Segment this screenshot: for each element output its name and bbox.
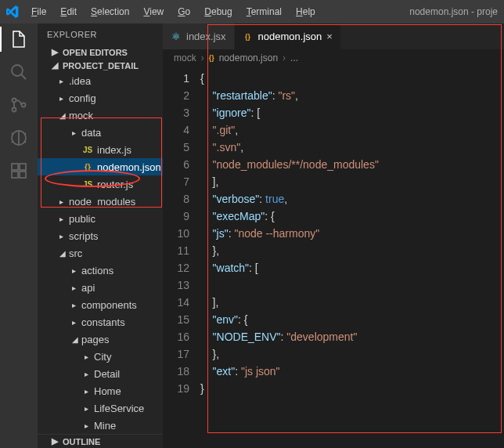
tree-label: data	[81, 127, 101, 139]
breadcrumb[interactable]: mock › {} nodemon.json › ...	[163, 49, 504, 67]
code-content[interactable]: { "restartable": "rs", "ignore": [ ".git…	[200, 67, 504, 448]
tree-label: index.js	[97, 144, 131, 156]
chevron-down-icon: ◢	[52, 60, 59, 70]
tree-item-config[interactable]: ▸config	[38, 89, 163, 107]
tree-item-lifeservice[interactable]: ▸LifeService	[38, 399, 163, 417]
tree-item-data[interactable]: ▸data	[38, 124, 163, 141]
tree-label: src	[69, 247, 82, 259]
twisty-icon: ▸	[85, 387, 94, 396]
json-icon: {}	[209, 54, 214, 62]
tree-label: City	[94, 351, 111, 363]
menu-file[interactable]: File	[25, 3, 52, 20]
menu-help[interactable]: Help	[290, 3, 322, 20]
tree-label: Detail	[94, 368, 120, 380]
explorer-icon[interactable]	[9, 30, 28, 49]
project-section[interactable]: ◢ PROJECT_DETAIL	[38, 59, 163, 72]
editor-area: ⚛index.jsx{}nodemon.json× mock › {} node…	[163, 23, 504, 448]
twisty-icon: ◢	[72, 335, 81, 344]
tree-label: public	[69, 213, 95, 225]
tree-item-city[interactable]: ▸City	[38, 348, 163, 365]
tree-label: config	[69, 92, 96, 104]
tree-item--idea[interactable]: ▸.idea	[38, 72, 163, 89]
code-editor[interactable]: 12345678910111213141516171819 { "restart…	[163, 67, 504, 448]
breadcrumb-file: nodemon.json	[219, 52, 278, 63]
twisty-icon: ▸	[85, 352, 94, 361]
menu-selection[interactable]: Selection	[85, 3, 135, 20]
tree-item-home[interactable]: ▸Home	[38, 382, 163, 399]
svg-rect-10	[20, 164, 26, 170]
svg-rect-9	[20, 172, 26, 178]
open-editors-label: OPEN EDITORS	[63, 48, 128, 57]
chevron-right-icon: ▶	[52, 436, 59, 446]
chevron-right-icon: ›	[201, 52, 204, 63]
tree-label: .idea	[69, 75, 91, 87]
twisty-icon: ▸	[72, 284, 81, 292]
tree-label: api	[81, 282, 95, 294]
file-tree: ▸.idea▸config◢mock▸dataJSindex.js{}nodem…	[38, 72, 163, 434]
tree-item-components[interactable]: ▸components	[38, 296, 163, 313]
vscode-logo-icon	[6, 5, 19, 18]
sidebar-title: EXPLORER	[38, 23, 163, 45]
twisty-icon: ▸	[72, 301, 81, 309]
twisty-icon: ▸	[85, 404, 94, 413]
svg-rect-7	[12, 164, 18, 170]
sidebar: EXPLORER ▶ OPEN EDITORS ◢ PROJECT_DETAIL…	[38, 23, 163, 448]
tree-item-node-modules[interactable]: ▸node_modules	[38, 193, 163, 210]
menu-view[interactable]: View	[137, 3, 170, 20]
svg-point-3	[13, 108, 16, 112]
tree-item-router-js[interactable]: JSrouter.js	[38, 175, 163, 193]
tree-item-nodemon-json[interactable]: {}nodemon.json	[38, 158, 163, 175]
svg-rect-8	[12, 172, 18, 178]
js-icon: JS	[81, 180, 94, 189]
debug-icon[interactable]	[9, 128, 28, 147]
tree-item-pages[interactable]: ◢pages	[38, 331, 163, 348]
tree-item-public[interactable]: ▸public	[38, 210, 163, 227]
menu-edit[interactable]: Edit	[54, 3, 83, 20]
tree-item-constants[interactable]: ▸constants	[38, 313, 163, 331]
svg-point-2	[13, 99, 16, 103]
source-control-icon[interactable]	[9, 96, 28, 114]
open-editors-section[interactable]: ▶ OPEN EDITORS	[38, 45, 163, 59]
menu-go[interactable]: Go	[171, 3, 196, 20]
chevron-right-icon: ›	[283, 52, 286, 63]
tree-label: LifeService	[94, 403, 144, 414]
menu-terminal[interactable]: Terminal	[240, 3, 288, 20]
twisty-icon: ▸	[59, 232, 69, 240]
tree-label: mock	[69, 110, 93, 121]
outline-section[interactable]: ▶ OUTLINE	[38, 434, 163, 448]
project-label: PROJECT_DETAIL	[63, 61, 139, 70]
tree-label: Home	[94, 385, 121, 397]
menu-debug[interactable]: Debug	[198, 3, 238, 20]
tree-item-mine[interactable]: ▸Mine	[38, 417, 163, 434]
tree-label: scripts	[69, 230, 99, 242]
tree-item-index-js[interactable]: JSindex.js	[38, 141, 163, 158]
tab-index-jsx[interactable]: ⚛index.jsx	[163, 23, 235, 49]
search-icon[interactable]	[9, 63, 28, 81]
tab-nodemon-json[interactable]: {}nodemon.json×	[235, 23, 341, 49]
tree-item-api[interactable]: ▸api	[38, 279, 163, 296]
tree-item-actions[interactable]: ▸actions	[38, 262, 163, 279]
extensions-icon[interactable]	[9, 161, 28, 180]
svg-line-1	[21, 74, 26, 79]
json-icon: {}	[81, 163, 94, 172]
twisty-icon: ▸	[72, 266, 81, 275]
tree-item-src[interactable]: ◢src	[38, 244, 163, 262]
twisty-icon: ▸	[85, 421, 94, 430]
tab-label: nodemon.json	[258, 31, 322, 42]
twisty-icon: ▸	[85, 370, 94, 378]
tab-label: index.jsx	[186, 31, 226, 42]
react-icon: ⚛	[171, 31, 182, 42]
breadcrumb-folder: mock	[174, 52, 196, 63]
twisty-icon: ▸	[72, 318, 81, 327]
close-icon[interactable]: ×	[326, 31, 333, 42]
tree-item-mock[interactable]: ◢mock	[38, 107, 163, 124]
tree-label: actions	[81, 265, 113, 276]
twisty-icon: ▸	[59, 215, 69, 223]
titlebar: FileEditSelectionViewGoDebugTerminalHelp…	[0, 0, 504, 23]
outline-label: OUTLINE	[63, 437, 100, 446]
twisty-icon: ▸	[72, 128, 81, 137]
tree-label: components	[81, 299, 137, 311]
tree-item-scripts[interactable]: ▸scripts	[38, 227, 163, 244]
tree-item-detail[interactable]: ▸Detail	[38, 365, 163, 382]
twisty-icon: ▸	[59, 77, 69, 85]
